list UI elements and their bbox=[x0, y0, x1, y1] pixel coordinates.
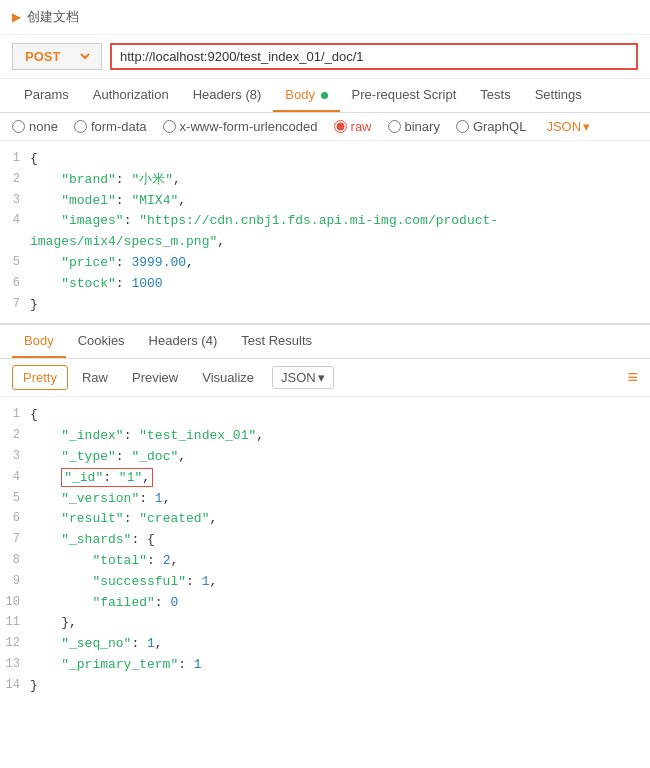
chevron-down-icon: ▾ bbox=[318, 370, 325, 385]
code-line-1: 1 { bbox=[0, 149, 650, 170]
tab-tests[interactable]: Tests bbox=[468, 79, 522, 112]
format-visualize[interactable]: Visualize bbox=[192, 366, 264, 389]
code-line-4: 4 "images": "https://cdn.cnbj1.fds.api.m… bbox=[0, 211, 650, 253]
document-title: 创建文档 bbox=[27, 8, 79, 26]
body-option-none[interactable]: none bbox=[12, 119, 58, 134]
expand-arrow-icon[interactable]: ▶ bbox=[12, 10, 21, 24]
resp-code-line-3: 3 "_type": "_doc", bbox=[0, 447, 650, 468]
tab-body[interactable]: Body bbox=[273, 79, 339, 112]
top-bar: ▶ 创建文档 bbox=[0, 0, 650, 35]
resp-code-line-6: 6 "result": "created", bbox=[0, 509, 650, 530]
resp-code-line-12: 12 "_seq_no": 1, bbox=[0, 634, 650, 655]
code-line-2: 2 "brand": "小米", bbox=[0, 170, 650, 191]
format-preview[interactable]: Preview bbox=[122, 366, 188, 389]
request-code-area[interactable]: 1 { 2 "brand": "小米", 3 "model": "MIX4", … bbox=[0, 141, 650, 324]
body-active-dot bbox=[321, 92, 328, 99]
body-options: none form-data x-www-form-urlencoded raw… bbox=[0, 113, 650, 141]
tab-authorization[interactable]: Authorization bbox=[81, 79, 181, 112]
resp-code-line-13: 13 "_primary_term": 1 bbox=[0, 655, 650, 676]
body-option-form-data[interactable]: form-data bbox=[74, 119, 147, 134]
response-code-area[interactable]: 1 { 2 "_index": "test_index_01", 3 "_typ… bbox=[0, 397, 650, 704]
url-input[interactable] bbox=[112, 45, 636, 68]
resp-code-line-11: 11 }, bbox=[0, 613, 650, 634]
response-section: Body Cookies Headers (4) Test Results Pr… bbox=[0, 324, 650, 704]
wrap-lines-icon[interactable]: ≡ bbox=[627, 367, 638, 388]
resp-code-line-4: 4 "_id": "1", bbox=[0, 468, 650, 489]
request-tabs: Params Authorization Headers (8) Body Pr… bbox=[0, 79, 650, 113]
chevron-down-icon: ▾ bbox=[583, 119, 590, 134]
response-format-bar: Pretty Raw Preview Visualize JSON ▾ ≡ bbox=[0, 359, 650, 397]
resp-tab-body[interactable]: Body bbox=[12, 325, 66, 358]
url-bar: POST GET PUT DELETE bbox=[0, 35, 650, 79]
url-input-wrapper bbox=[110, 43, 638, 70]
format-pretty[interactable]: Pretty bbox=[12, 365, 68, 390]
body-option-graphql[interactable]: GraphQL bbox=[456, 119, 526, 134]
resp-tab-cookies[interactable]: Cookies bbox=[66, 325, 137, 358]
tab-headers[interactable]: Headers (8) bbox=[181, 79, 274, 112]
method-select[interactable]: POST GET PUT DELETE bbox=[12, 43, 102, 70]
resp-tab-headers[interactable]: Headers (4) bbox=[137, 325, 230, 358]
body-option-x-www[interactable]: x-www-form-urlencoded bbox=[163, 119, 318, 134]
code-line-6: 6 "stock": 1000 bbox=[0, 274, 650, 295]
resp-json-dropdown[interactable]: JSON ▾ bbox=[272, 366, 334, 389]
response-tabs: Body Cookies Headers (4) Test Results bbox=[0, 325, 650, 359]
resp-code-line-2: 2 "_index": "test_index_01", bbox=[0, 426, 650, 447]
format-raw[interactable]: Raw bbox=[72, 366, 118, 389]
method-dropdown[interactable]: POST GET PUT DELETE bbox=[21, 48, 93, 65]
code-line-3: 3 "model": "MIX4", bbox=[0, 191, 650, 212]
resp-tab-test-results[interactable]: Test Results bbox=[229, 325, 324, 358]
resp-code-line-14: 14 } bbox=[0, 676, 650, 697]
resp-code-line-9: 9 "successful": 1, bbox=[0, 572, 650, 593]
body-option-binary[interactable]: binary bbox=[388, 119, 440, 134]
code-line-7: 7 } bbox=[0, 295, 650, 316]
body-option-raw[interactable]: raw bbox=[334, 119, 372, 134]
resp-code-line-8: 8 "total": 2, bbox=[0, 551, 650, 572]
code-line-5: 5 "price": 3999.00, bbox=[0, 253, 650, 274]
json-type-dropdown[interactable]: JSON ▾ bbox=[546, 119, 590, 134]
resp-code-line-7: 7 "_shards": { bbox=[0, 530, 650, 551]
tab-params[interactable]: Params bbox=[12, 79, 81, 112]
tab-settings[interactable]: Settings bbox=[523, 79, 594, 112]
id-highlight-box: "_id": "1", bbox=[61, 468, 153, 487]
tab-pre-request-script[interactable]: Pre-request Script bbox=[340, 79, 469, 112]
resp-code-line-5: 5 "_version": 1, bbox=[0, 489, 650, 510]
resp-code-line-10: 10 "failed": 0 bbox=[0, 593, 650, 614]
resp-code-line-1: 1 { bbox=[0, 405, 650, 426]
